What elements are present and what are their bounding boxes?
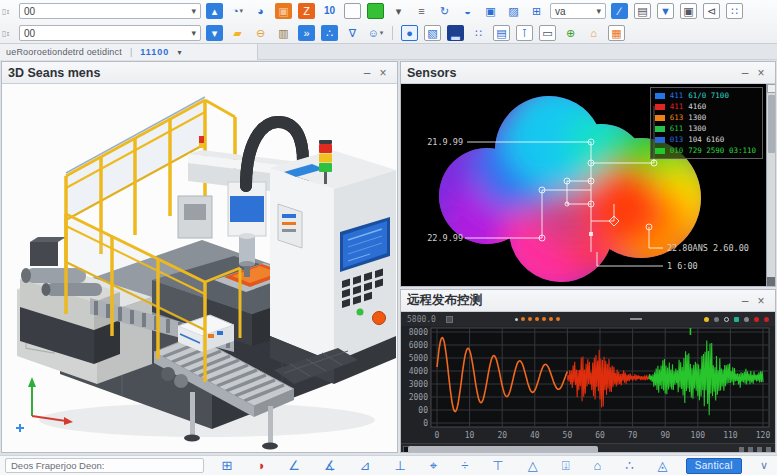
scroll-up-button[interactable] xyxy=(767,84,775,93)
divide-icon[interactable]: ÷ xyxy=(461,458,468,473)
apps-icon[interactable]: ∷ xyxy=(470,25,487,41)
square-icon[interactable]: ▣ xyxy=(680,3,697,19)
legend-code: 613 xyxy=(670,113,684,122)
status-dot[interactable] xyxy=(734,317,739,322)
collapse-up-button[interactable]: ▴ xyxy=(206,3,223,19)
status-field[interactable]: Deos Fraperjoo Deon: xyxy=(5,458,204,473)
x-tick-label: 100 xyxy=(691,431,706,440)
prism-icon[interactable]: ◬ xyxy=(658,458,668,473)
toolbar-edge-icon: ▯ɪ xyxy=(2,29,14,38)
breadcrumb[interactable]: ueRooroetiondetrd oetidinct | 11100 ▾ xyxy=(0,44,258,60)
measure-angle2-icon[interactable]: ∡ xyxy=(324,458,336,473)
panel-icon[interactable]: ▤ xyxy=(634,3,651,19)
vibration-waveform-chart[interactable]: 8000600050004000300020000000102040506070… xyxy=(401,326,775,443)
green-rect-icon[interactable] xyxy=(367,3,384,19)
toolbar-combo-1[interactable]: 00 ▾ xyxy=(19,3,201,19)
image-icon[interactable]: ▣ xyxy=(482,3,499,19)
x-tick-label: 110 xyxy=(723,431,738,440)
home-icon[interactable]: ⌂ xyxy=(585,25,602,41)
home-small-icon[interactable]: ⌂ xyxy=(593,458,601,473)
chart-value-readout: 5800.0 xyxy=(407,315,436,324)
toolbar-combo-2[interactable]: 00 ▾ xyxy=(19,25,201,41)
user-menu-icon[interactable]: ☺▾ xyxy=(367,25,384,41)
x-tick-label: 40 xyxy=(530,431,540,440)
window-box-icon[interactable]: ⊞ xyxy=(222,458,233,473)
orange-tool-icon[interactable]: ▣ xyxy=(275,3,292,19)
blue-tag-icon[interactable]: » xyxy=(298,25,315,41)
chart-icon[interactable]: ▨ xyxy=(505,3,522,19)
filter-icon[interactable]: ∇ xyxy=(344,25,361,41)
sensor-pointcloud-view[interactable]: 21.9.99 22.9.99 22.80ANS 2.60.00 1 6:00 … xyxy=(401,84,775,286)
scrollbar-thumb[interactable] xyxy=(408,446,598,452)
status-dot[interactable] xyxy=(724,317,729,322)
profile-selector[interactable]: 11100 xyxy=(140,47,169,57)
pencil-button[interactable]: ∕ xyxy=(611,3,628,19)
x-tick-label: 90 xyxy=(660,431,670,440)
cloud-sync-icon[interactable]: ↻ xyxy=(436,3,453,19)
status-dot[interactable] xyxy=(754,317,759,322)
scrollbar-buttons[interactable] xyxy=(739,447,771,452)
therefore-icon[interactable]: ∴ xyxy=(625,458,633,473)
blue-tag2-icon[interactable]: ∴ xyxy=(321,25,338,41)
menu-icon[interactable]: ≡ xyxy=(413,3,430,19)
status-dot[interactable] xyxy=(764,317,769,322)
machine-3d-render xyxy=(2,84,397,452)
status-dot[interactable] xyxy=(714,317,719,322)
search-globe-icon[interactable]: ⊕ xyxy=(562,25,579,41)
folder-icon[interactable]: ▰ xyxy=(229,25,246,41)
chart-status-dots xyxy=(704,317,769,322)
list-icon[interactable]: ▤ xyxy=(493,25,510,41)
globe-icon[interactable]: ◔▾ xyxy=(229,3,246,19)
screen-icon[interactable]: ▂ xyxy=(447,25,464,41)
toolbar-combo-3[interactable]: va ▾ xyxy=(550,3,606,19)
record-icon[interactable]: ● xyxy=(401,25,418,41)
statistics-button[interactable]: Santical xyxy=(686,458,742,474)
control-cabinet xyxy=(270,140,396,384)
vertical-scrollbar[interactable] xyxy=(766,84,775,286)
report-icon[interactable]: ▭ xyxy=(539,25,556,41)
sphere-icon[interactable]: ◒ xyxy=(459,3,476,19)
measure-angle-icon[interactable]: ∠ xyxy=(288,458,300,473)
y-tick-label: 00 xyxy=(418,406,428,415)
legend-row: 6131300 xyxy=(655,113,756,122)
chevron-down-icon[interactable]: ∨ xyxy=(760,459,768,472)
chevron-down-icon: ▾ xyxy=(380,25,384,41)
minimize-button[interactable]: – xyxy=(737,294,753,308)
collapse-down-button[interactable]: ▾ xyxy=(206,25,223,41)
photo-icon[interactable]: ▧ xyxy=(424,25,441,41)
compare-icon[interactable]: ⊲ xyxy=(703,3,720,19)
dots-grid-icon[interactable]: ∷ xyxy=(726,3,743,19)
delta-icon[interactable]: △ xyxy=(528,458,538,473)
grid-icon[interactable]: ⊞ xyxy=(528,3,545,19)
perpendicular-icon[interactable]: ⊥ xyxy=(395,458,406,473)
dropdown-button-icon[interactable]: ▼ xyxy=(657,3,674,19)
scrollbar-thumb[interactable] xyxy=(768,95,775,153)
probe-icon[interactable]: ⍗ xyxy=(562,458,570,473)
viewport-3d[interactable] xyxy=(2,84,397,452)
legend-value: 1300 xyxy=(688,124,706,133)
pie-status-icon[interactable]: ◑ xyxy=(256,458,264,473)
minimize-button[interactable]: – xyxy=(359,66,375,80)
orange-z-icon[interactable]: Z xyxy=(298,3,315,19)
ellipse-icon[interactable]: ⊖ xyxy=(252,25,269,41)
calendar-icon[interactable]: ▦ xyxy=(608,25,625,41)
close-button[interactable]: × xyxy=(753,66,769,80)
legend-code: 411 xyxy=(670,91,684,100)
close-button[interactable]: × xyxy=(375,66,391,80)
status-dot[interactable] xyxy=(704,317,709,322)
horizontal-scrollbar[interactable] xyxy=(401,443,775,452)
minimize-button[interactable]: – xyxy=(737,66,753,80)
tree-icon[interactable]: ⊺ xyxy=(516,25,533,41)
white-rect-icon[interactable] xyxy=(344,3,361,19)
target-icon[interactable]: ⌖ xyxy=(430,458,437,473)
dropdown-caret-icon[interactable]: ▾ xyxy=(390,3,407,19)
chart-mini-icon[interactable] xyxy=(446,316,453,323)
measure-triangle-icon[interactable]: ⊿ xyxy=(360,458,371,473)
tee-icon[interactable]: ⊤ xyxy=(492,458,503,473)
scroll-down-button[interactable] xyxy=(767,277,775,286)
globe-alt-icon[interactable]: ◕ xyxy=(252,3,269,19)
close-button[interactable]: × xyxy=(753,294,769,308)
briefcase-icon[interactable]: ▥ xyxy=(275,25,292,41)
breadcrumb-separator: | xyxy=(130,47,132,57)
status-dot[interactable] xyxy=(744,317,749,322)
